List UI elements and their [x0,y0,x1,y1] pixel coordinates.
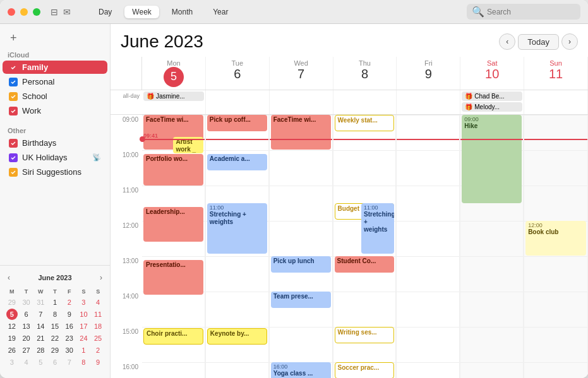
search-input[interactable] [487,8,575,16]
mini-day-today[interactable]: 5 [6,309,18,320]
event-title: Hike [464,122,519,130]
mini-day[interactable]: 2 [92,345,104,356]
mini-day[interactable]: 30 [64,345,75,356]
close-button[interactable] [8,8,15,16]
mini-day[interactable]: 8 [78,357,89,368]
sidebar-item-siri[interactable]: Siri Suggestions [3,165,107,179]
mini-day[interactable]: 6 [49,357,61,368]
view-year-button[interactable]: Year [205,6,236,18]
mini-day[interactable]: 16 [64,321,75,332]
mini-day[interactable]: 5 [35,357,46,368]
mini-day[interactable]: 28 [35,345,46,356]
mini-day[interactable]: 27 [21,345,32,356]
mini-day[interactable]: 7 [35,309,46,320]
today-button[interactable]: Today [518,34,559,50]
sidebar-toggle-icon[interactable]: ⊟ [51,7,58,17]
mini-day[interactable]: 19 [6,333,18,344]
event-soccer[interactable]: Soccer prac... [335,362,395,378]
mini-day[interactable]: 21 [35,333,46,344]
add-calendar-button[interactable]: + [3,29,18,47]
family-checkbox[interactable] [9,63,18,72]
siri-checkbox[interactable] [9,168,18,177]
sidebar-item-school[interactable]: School [3,90,107,103]
mini-day[interactable]: 15 [49,321,61,332]
event-stretching-thu[interactable]: 11:00 Stretching + weights [361,203,394,254]
event-yoga[interactable]: 16:00 Yoga class ... [271,362,331,378]
mini-day[interactable]: 6 [21,309,32,320]
event-book-club[interactable]: 12:00 Book club [525,221,586,256]
mail-icon[interactable]: ✉ [63,7,71,17]
mini-day[interactable]: 29 [6,297,18,308]
mini-day[interactable]: 7 [64,357,75,368]
mini-day[interactable]: 9 [64,309,75,320]
mini-day[interactable]: 10 [78,309,89,320]
view-month-button[interactable]: Month [164,6,200,18]
event-stretching-tue[interactable]: 11:00 Stretching + weights [207,203,267,254]
sidebar-item-uk-holidays[interactable]: UK Holidays 📡 [3,151,107,164]
mini-day[interactable]: 1 [49,297,61,308]
event-keynote[interactable]: Keynote by... [207,328,267,345]
search-box[interactable]: 🔍 [467,4,580,20]
event-portfolio[interactable]: Portfolio wo... [143,154,203,186]
work-checkbox[interactable] [9,107,18,115]
mini-prev-button[interactable]: ‹ [5,273,13,282]
event-facetime-wed[interactable]: FaceTime wi... [271,115,331,150]
allday-event-jasmine[interactable]: 🎁 Jasmine... [143,92,204,101]
personal-checkbox[interactable] [9,78,18,86]
mini-day[interactable]: 2 [64,297,75,308]
uk-holidays-checkbox[interactable] [9,153,18,162]
event-weekly-stat[interactable]: Weekly stat... [335,115,395,131]
event-choir[interactable]: Choir practi... [143,328,203,345]
mini-day[interactable]: 8 [49,309,61,320]
allday-event-melody[interactable]: 🎁 Melody... [462,102,522,112]
sidebar-item-personal[interactable]: Personal [3,75,107,88]
mini-day[interactable]: 20 [21,333,32,344]
mini-day[interactable]: 24 [78,333,89,344]
event-hike[interactable]: 09:00 Hike [462,115,522,203]
allday-event-chad[interactable]: 🎁 Chad Be... [462,92,522,101]
mini-day[interactable]: 4 [92,297,104,308]
event-pickup-lunch[interactable]: Pick up lunch [271,256,331,273]
mini-day[interactable]: 30 [21,297,32,308]
mini-next-button[interactable]: › [97,273,105,282]
sidebar-item-birthdays[interactable]: Birthdays [3,136,107,150]
mini-day[interactable]: 14 [35,321,46,332]
birthdays-checkbox[interactable] [9,139,18,148]
school-checkbox[interactable] [9,92,18,101]
mini-day[interactable]: 4 [21,357,32,368]
view-week-button[interactable]: Week [124,6,159,18]
event-academic[interactable]: Academic a... [207,154,267,170]
mini-day[interactable]: 25 [92,333,104,344]
event-student-co[interactable]: Student Co... [335,256,395,273]
mini-day[interactable]: 18 [92,321,104,332]
mini-day[interactable]: 29 [49,345,61,356]
mini-day[interactable]: 11 [92,309,104,320]
cal-header: June 2023 ‹ Today › [111,24,588,57]
mini-day[interactable]: 23 [64,333,75,344]
daynum-11: 11 [524,67,587,81]
mini-day[interactable]: 3 [6,357,18,368]
mini-day[interactable]: 12 [6,321,18,332]
next-week-button[interactable]: › [561,33,578,50]
mini-day[interactable]: 26 [6,345,18,356]
mini-day[interactable]: 3 [78,297,89,308]
minimize-button[interactable] [20,8,28,16]
daynum-8: 8 [333,67,397,81]
sidebar-item-family[interactable]: Family [3,61,107,74]
mini-day[interactable]: 1 [78,345,89,356]
mini-day[interactable]: 13 [21,321,32,332]
mini-day[interactable]: 22 [49,333,61,344]
event-leadership[interactable]: Leadership... [143,207,203,242]
view-day-button[interactable]: Day [91,6,119,18]
event-writing[interactable]: Writing ses... [335,327,395,343]
week-header-row: Mon 5 Tue 6 Wed 7 Thu 8 [111,57,588,90]
mini-day[interactable]: 17 [78,321,89,332]
event-pickup-coffee[interactable]: Pick up coff... [207,115,267,131]
prev-week-button[interactable]: ‹ [499,33,515,50]
event-team-pres[interactable]: Team prese... [271,292,331,308]
mini-day[interactable]: 9 [92,357,104,368]
maximize-button[interactable] [33,8,40,16]
sidebar-item-work[interactable]: Work [3,104,107,117]
mini-day[interactable]: 31 [35,297,46,308]
event-presentation[interactable]: Presentatio... [143,260,203,295]
